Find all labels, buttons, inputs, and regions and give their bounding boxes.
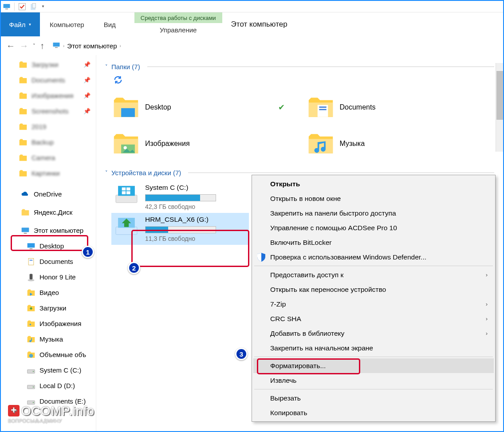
group-header-folders[interactable]: ˅ Папки (7) xyxy=(105,63,494,71)
menu-item-label: Открыть как переносное устройство xyxy=(270,286,386,294)
sidebar-thispc-child[interactable]: Загрузки xyxy=(1,300,96,316)
context-menu-item[interactable]: CRC SHA› xyxy=(253,311,494,326)
folder-name: Изображения xyxy=(145,140,190,148)
folder-icon xyxy=(308,132,334,155)
folder-item[interactable]: Музыка xyxy=(306,126,495,161)
folders-grid: Desktop✔DocumentsИзображенияМузыка xyxy=(111,90,494,161)
drive-free-text: 11,3 ГБ свободно xyxy=(145,235,246,242)
svg-point-15 xyxy=(30,324,31,325)
group-header-label: Папки (7) xyxy=(111,63,140,71)
paste-icon[interactable] xyxy=(30,3,38,11)
sidebar-item-label: Honor 9 Lite xyxy=(39,273,76,281)
sidebar-quick-item[interactable]: Загрузки📌 xyxy=(1,57,96,72)
context-menu-item[interactable]: Копировать xyxy=(253,405,494,420)
context-menu-item[interactable]: Извлечь xyxy=(253,373,494,388)
folder-item[interactable]: Documents xyxy=(306,90,495,125)
sidebar-quick-item[interactable]: Documents📌 xyxy=(1,72,96,88)
sidebar-item-label: Local D (D:) xyxy=(39,382,75,389)
context-menu-item[interactable]: Предоставить доступ к› xyxy=(253,267,494,282)
svg-point-29 xyxy=(124,146,127,149)
svg-rect-34 xyxy=(126,188,130,191)
refresh-icon[interactable] xyxy=(113,75,123,86)
drive-item[interactable]: HRM_CSLA_X6 (G:) 11,3 ГБ свободно xyxy=(111,213,249,245)
context-menu-item[interactable]: Закрепить на начальном экране xyxy=(253,341,494,355)
breadcrumb[interactable]: › Этот компьютер › xyxy=(52,41,121,51)
sidebar-thispc-child[interactable]: Local D (D:) xyxy=(1,378,96,393)
context-menu-item[interactable]: Форматировать... xyxy=(253,358,494,373)
menu-separator xyxy=(254,357,493,357)
svg-rect-4 xyxy=(32,3,36,8)
pin-icon: 📌 xyxy=(83,61,91,68)
drive-free-text: 42,3 ГБ свободно xyxy=(145,203,246,210)
folder-icon xyxy=(19,107,28,116)
menu-item-label: Включить BitLocker xyxy=(270,239,331,247)
context-menu-item[interactable]: Вырезать xyxy=(253,391,494,405)
folder-icon xyxy=(19,153,28,162)
drive-usage-bar xyxy=(145,226,216,233)
sidebar-thispc-child[interactable]: Объемные объ xyxy=(1,347,96,362)
tab-view[interactable]: Вид xyxy=(94,12,126,36)
sidebar-item-onedrive[interactable]: OneDrive xyxy=(1,186,96,202)
recent-dropdown[interactable]: ˅ xyxy=(33,43,35,49)
sidebar-thispc-child[interactable]: Музыка xyxy=(1,331,96,347)
context-menu-item[interactable]: Открыть в новом окне xyxy=(253,191,494,206)
context-menu-item[interactable]: Закрепить на панели быстрого доступа xyxy=(253,206,494,220)
menu-separator xyxy=(254,389,493,389)
sidebar-quick-item[interactable]: Screenshots📌 xyxy=(1,103,96,119)
back-button[interactable]: ← xyxy=(6,41,15,51)
sidebar-thispc-child[interactable]: Видео xyxy=(1,285,96,300)
svg-rect-30 xyxy=(116,195,137,203)
tab-file[interactable]: Файл ▼ xyxy=(1,12,40,36)
context-menu-item[interactable]: Открыть xyxy=(253,177,494,191)
svg-rect-10 xyxy=(30,248,33,249)
svg-rect-17 xyxy=(31,338,32,341)
menu-item-label: Вырезать xyxy=(270,394,301,402)
pin-icon: 📌 xyxy=(83,92,91,99)
tab-computer[interactable]: Компьютер xyxy=(40,12,94,36)
sidebar-quick-item[interactable]: 2019 xyxy=(1,119,96,134)
svg-rect-14 xyxy=(30,274,33,279)
folder-item[interactable]: Изображения xyxy=(111,126,300,161)
context-menu-item[interactable]: Управление с помощью ACDSee Pro 10 xyxy=(253,220,494,235)
context-menu-item[interactable]: Включить BitLocker xyxy=(253,235,494,250)
sidebar-quick-item[interactable]: Изображения📌 xyxy=(1,88,96,103)
sidebar-item-label: Documents xyxy=(39,258,73,265)
divider xyxy=(188,173,494,173)
sidebar-item-this-pc[interactable]: Этот компьютер xyxy=(1,223,96,238)
sidebar-item-label: OneDrive xyxy=(34,190,62,198)
sidebar-quick-item[interactable]: Картинки xyxy=(1,165,96,181)
sidebar-thispc-child[interactable]: Honor 9 Lite xyxy=(1,269,96,285)
folder-icon xyxy=(21,208,30,217)
context-menu-item[interactable]: Открыть как переносное устройство xyxy=(253,282,494,297)
badge-2: 2 xyxy=(128,262,140,274)
forward-button[interactable]: → xyxy=(20,41,28,51)
folder-icon xyxy=(113,96,139,119)
sidebar-thispc-child[interactable]: Documents xyxy=(1,254,96,269)
watermark: +OCOMP.info ВОПРОСЫ⁂АДМИНУ xyxy=(8,404,94,424)
sidebar-item-label: Загрузки xyxy=(32,61,58,68)
drive-icon xyxy=(27,366,35,375)
chevron-down-icon: ˅ xyxy=(105,64,108,70)
check-icon[interactable] xyxy=(18,3,26,11)
drive-item[interactable]: System C (C:) 42,3 ГБ свободно xyxy=(111,181,249,213)
svg-rect-9 xyxy=(28,243,35,247)
sidebar-thispc-child[interactable]: Изображения xyxy=(1,316,96,331)
sidebar-quick-item[interactable]: Camera xyxy=(1,150,96,165)
up-button[interactable]: ↑ xyxy=(40,41,44,51)
dropdown-icon[interactable]: ▼ xyxy=(41,4,45,8)
folder-item[interactable]: Desktop✔ xyxy=(111,90,300,125)
chevron-right-icon: › xyxy=(63,43,64,48)
context-menu-item[interactable]: 7-Zip› xyxy=(253,297,494,311)
sidebar-thispc-child[interactable]: System C (C:) xyxy=(1,362,96,378)
context-menu-item[interactable]: Добавить в библиотеку› xyxy=(253,326,494,341)
sidebar-item-label: Screenshots xyxy=(32,107,68,115)
menu-item-label: Открыть в новом окне xyxy=(270,195,341,203)
sidebar-quick-item[interactable]: Backup xyxy=(1,134,96,150)
sidebar-item-yandex-disk[interactable]: Яндекс.Диск xyxy=(1,204,96,220)
drive-body: HRM_CSLA_X6 (G:) 11,3 ГБ свободно xyxy=(145,216,246,242)
chevron-right-icon: › xyxy=(120,43,121,48)
pin-icon: 📌 xyxy=(83,108,91,114)
context-menu-item[interactable]: Проверка с использованием Windows Defend… xyxy=(253,250,494,264)
breadcrumb-root[interactable]: Этот компьютер xyxy=(67,42,117,50)
tab-manage[interactable]: Управление xyxy=(134,23,222,36)
